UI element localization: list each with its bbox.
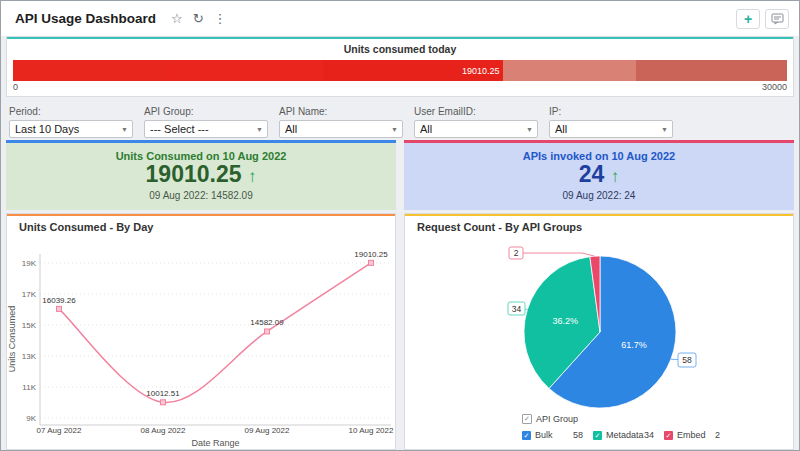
filter-period-label: Period: bbox=[9, 106, 133, 117]
legend-header-checkbox[interactable]: ✓ bbox=[522, 414, 532, 424]
data-point bbox=[265, 329, 270, 334]
data-point-label: 19010.25 bbox=[354, 250, 388, 259]
gauge-fill: 19010.25 bbox=[13, 60, 503, 81]
x-axis-title: Date Range bbox=[191, 438, 239, 448]
dashboard-body: Units consumed today 19010.25 0 30000 Pe… bbox=[1, 36, 799, 450]
gauge-max-label: 30000 bbox=[762, 82, 787, 92]
page-title: API Usage Dashboard bbox=[15, 11, 156, 26]
trend-up-arrow-icon: ↑ bbox=[611, 167, 620, 186]
chevron-down-icon: ▼ bbox=[526, 122, 533, 138]
line-chart-widget: Units Consumed - By Day 9K11K13K15K17K19… bbox=[6, 213, 396, 450]
x-tick-label: 10 Aug 2022 bbox=[349, 426, 394, 435]
kpi-value-number: 19010.25 bbox=[146, 161, 242, 187]
favorite-star-icon[interactable]: ☆ bbox=[171, 12, 183, 25]
pie-legend: ✓ API Group ✓ Bulk 58 ✓ Metadata 34 bbox=[522, 414, 730, 440]
filter-api-group-label: API Group: bbox=[144, 106, 268, 117]
gauge-title: Units consumed today bbox=[7, 39, 793, 55]
pie-chart-title: Request Count - By API Groups bbox=[417, 221, 582, 233]
app-window: API Usage Dashboard ☆ ↻ ⋮ + Units consum… bbox=[0, 0, 800, 451]
legend-items: ✓ Bulk 58 ✓ Metadata 34 ✓ Embed 2 bbox=[522, 430, 730, 440]
gauge-scale: 0 30000 bbox=[13, 82, 787, 92]
y-tick-label: 11K bbox=[22, 383, 36, 392]
kpi-row: Units Consumed on 10 Aug 2022 19010.25 ↑… bbox=[6, 140, 794, 210]
filter-ip-label: IP: bbox=[549, 106, 673, 117]
legend-item-metadata[interactable]: ✓ Metadata 34 bbox=[593, 430, 654, 440]
filter-period-select[interactable]: Last 10 Days▼ bbox=[9, 120, 133, 138]
charts-row: Units Consumed - By Day 9K11K13K15K17K19… bbox=[6, 213, 794, 450]
filter-api-name: API Name: All▼ bbox=[279, 106, 403, 140]
callout-value: 34 bbox=[512, 304, 522, 314]
legend-header-label: API Group bbox=[536, 414, 578, 424]
filter-api-name-select[interactable]: All▼ bbox=[279, 120, 403, 138]
add-widget-button[interactable]: + bbox=[736, 9, 760, 29]
y-tick-label: 19K bbox=[22, 259, 37, 268]
legend-checkbox-bulk[interactable]: ✓ bbox=[522, 431, 531, 440]
filter-period-value: Last 10 Days bbox=[15, 123, 79, 135]
legend-item-bulk[interactable]: ✓ Bulk 58 bbox=[522, 430, 583, 440]
y-tick-label: 9K bbox=[26, 414, 36, 423]
y-tick-label: 13K bbox=[22, 352, 37, 361]
kpi-accent-bar bbox=[6, 140, 396, 143]
legend-count: 2 bbox=[715, 430, 720, 440]
chevron-down-icon: ▼ bbox=[661, 122, 668, 138]
data-point-label: 14582.09 bbox=[250, 318, 284, 327]
kpi-value: 19010.25 ↑ bbox=[146, 162, 257, 189]
kpi-value-number: 24 bbox=[579, 161, 605, 187]
line-chart: 9K11K13K15K17K19K07 Aug 202208 Aug 20220… bbox=[7, 216, 395, 449]
legend-item-embed[interactable]: ✓ Embed 2 bbox=[664, 430, 720, 440]
legend-header: ✓ API Group bbox=[522, 414, 730, 424]
filter-api-group-value: --- Select --- bbox=[150, 123, 209, 135]
filter-user-emailid-select[interactable]: All▼ bbox=[414, 120, 538, 138]
kpi-accent-bar bbox=[404, 140, 794, 143]
x-tick-label: 09 Aug 2022 bbox=[245, 426, 290, 435]
filter-api-name-label: API Name: bbox=[279, 106, 403, 117]
filter-api-group-select[interactable]: --- Select ---▼ bbox=[144, 120, 268, 138]
header-actions: + bbox=[736, 9, 789, 29]
gauge-widget: Units consumed today 19010.25 0 30000 bbox=[6, 36, 794, 97]
data-point-label: 16039.26 bbox=[42, 296, 76, 305]
filter-user-emailid: User EmailID: All▼ bbox=[414, 106, 538, 140]
pie-pct-label: 61.7% bbox=[621, 340, 647, 350]
filter-ip-value: All bbox=[555, 123, 567, 135]
gauge-value-label: 19010.25 bbox=[462, 66, 504, 76]
legend-label: Bulk bbox=[535, 430, 571, 440]
line-chart-title: Units Consumed - By Day bbox=[19, 221, 153, 233]
data-point bbox=[161, 400, 166, 405]
legend-checkbox-embed[interactable]: ✓ bbox=[664, 431, 673, 440]
refresh-icon[interactable]: ↻ bbox=[193, 12, 204, 25]
filter-user-emailid-label: User EmailID: bbox=[414, 106, 538, 117]
legend-count: 58 bbox=[573, 430, 583, 440]
callout-leader bbox=[523, 253, 595, 256]
filter-api-group: API Group: --- Select ---▼ bbox=[144, 106, 268, 140]
kpi-subtitle: 09 Aug 2022: 24 bbox=[563, 190, 636, 201]
chevron-down-icon: ▼ bbox=[256, 122, 263, 138]
chevron-down-icon: ▼ bbox=[391, 122, 398, 138]
legend-label: Embed bbox=[677, 430, 713, 440]
gauge-track: 19010.25 bbox=[13, 60, 787, 81]
kpi-units-consumed: Units Consumed on 10 Aug 2022 19010.25 ↑… bbox=[6, 140, 396, 210]
filter-user-emailid-value: All bbox=[420, 123, 432, 135]
legend-label: Metadata bbox=[606, 430, 642, 440]
callout-value: 2 bbox=[514, 248, 519, 258]
data-point bbox=[57, 306, 62, 311]
filter-ip: IP: All▼ bbox=[549, 106, 673, 140]
legend-checkbox-metadata[interactable]: ✓ bbox=[593, 431, 602, 440]
comment-icon bbox=[771, 13, 784, 25]
callout-value: 58 bbox=[682, 355, 692, 365]
x-tick-label: 07 Aug 2022 bbox=[37, 426, 82, 435]
x-tick-label: 08 Aug 2022 bbox=[141, 426, 186, 435]
kpi-subtitle: 09 Aug 2022: 14582.09 bbox=[149, 190, 252, 201]
filter-period: Period: Last 10 Days▼ bbox=[9, 106, 133, 140]
chevron-down-icon: ▼ bbox=[121, 122, 128, 138]
comment-button[interactable] bbox=[765, 9, 789, 29]
filter-bar: Period: Last 10 Days▼ API Group: --- Sel… bbox=[6, 97, 794, 140]
more-options-kebab-icon[interactable]: ⋮ bbox=[214, 12, 227, 25]
header: API Usage Dashboard ☆ ↻ ⋮ + bbox=[1, 1, 799, 36]
y-axis-title: Units Consumed bbox=[7, 306, 17, 373]
y-tick-label: 15K bbox=[22, 321, 37, 330]
filter-ip-select[interactable]: All▼ bbox=[549, 120, 673, 138]
legend-count: 34 bbox=[644, 430, 654, 440]
gauge-min-label: 0 bbox=[13, 82, 18, 92]
gauge-band-4 bbox=[636, 60, 787, 81]
trend-up-arrow-icon: ↑ bbox=[248, 167, 257, 186]
